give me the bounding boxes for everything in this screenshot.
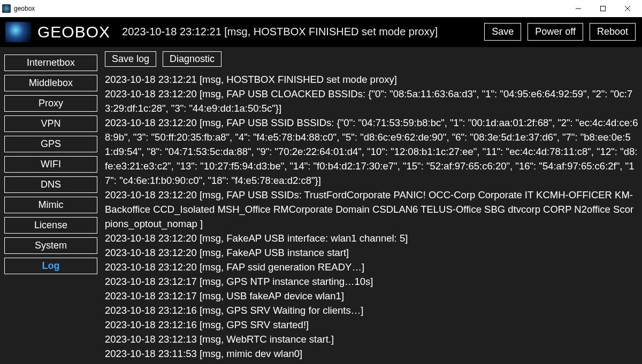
sidebar: Internetbox Middlebox Proxy VPN GPS WIFI… [0, 47, 102, 364]
reboot-button[interactable]: Reboot [590, 23, 636, 41]
log-line: 2023-10-18 23:12:20 [msg, FAP USB SSIDs:… [105, 188, 639, 231]
log-line: 2023-10-18 23:12:20 [msg, FakeAP USB ins… [105, 245, 639, 260]
sidebar-item-system[interactable]: System [4, 237, 97, 254]
app-body: Internetbox Middlebox Proxy VPN GPS WIFI… [0, 47, 642, 364]
sidebar-item-dns[interactable]: DNS [4, 176, 97, 193]
log-line: 2023-10-18 23:12:13 [msg, WebRTC instanc… [105, 332, 639, 346]
sidebar-item-proxy[interactable]: Proxy [4, 95, 97, 112]
log-line: 2023-10-18 23:12:17 [msg, USB fakeAP dev… [105, 289, 639, 303]
log-line: 2023-10-18 23:12:16 [msg, GPS SRV starte… [105, 317, 639, 332]
log-toolbar: Save log Diagnostic [105, 51, 639, 67]
sidebar-item-middlebox[interactable]: Middlebox [4, 75, 97, 91]
log-line: 2023-10-18 23:12:20 [msg, FAP USB SSID B… [105, 115, 639, 188]
sidebar-item-mimic[interactable]: Mimic [4, 197, 97, 213]
app-brand: GEOBOX [37, 23, 110, 41]
sidebar-item-vpn[interactable]: VPN [4, 115, 97, 132]
log-line: 2023-10-18 23:12:20 [msg, FAP USB CLOACK… [105, 87, 639, 115]
sidebar-item-gps[interactable]: GPS [4, 136, 97, 152]
logo-icon [5, 22, 31, 42]
log-line: 2023-10-18 23:12:20 [msg, FAP ssid gener… [105, 260, 639, 274]
diagnostic-button[interactable]: Diagnostic [163, 51, 221, 67]
app-header: GEOBOX 2023-10-18 23:12:21 [msg, HOSTBOX… [0, 17, 642, 47]
power-off-button[interactable]: Power off [528, 23, 583, 41]
log-line: 2023-10-18 23:12:17 [msg, GPS NTP instan… [105, 274, 639, 289]
log-line: 2023-10-18 23:12:21 [msg, HOSTBOX FINISH… [105, 72, 639, 87]
svg-rect-0 [601, 6, 606, 11]
sidebar-item-log[interactable]: Log [4, 258, 97, 274]
log-output[interactable]: 2023-10-18 23:12:21 [msg, HOSTBOX FINISH… [105, 72, 639, 361]
main-content: Save log Diagnostic 2023-10-18 23:12:21 … [102, 47, 642, 364]
log-line: 2023-10-18 23:11:53 [msg, mimic dev wlan… [105, 346, 639, 361]
log-line: 2023-10-18 23:12:20 [msg, FakeAP USB int… [105, 231, 639, 245]
sidebar-item-wifi[interactable]: WIFI [4, 156, 97, 173]
sidebar-item-license[interactable]: License [4, 217, 97, 234]
log-line: 2023-10-18 23:12:16 [msg, GPS SRV Waitin… [105, 303, 639, 317]
save-button[interactable]: Save [484, 23, 521, 41]
save-log-button[interactable]: Save log [105, 51, 156, 67]
window-titlebar: geobox [0, 0, 642, 17]
header-status: 2023-10-18 23:12:21 [msg, HOSTBOX FINISH… [122, 26, 478, 38]
close-button[interactable] [615, 0, 640, 17]
maximize-button[interactable] [591, 0, 615, 17]
sidebar-item-internetbox[interactable]: Internetbox [4, 55, 97, 71]
app-icon [2, 4, 11, 13]
minimize-button[interactable] [566, 0, 591, 17]
app-window: GEOBOX 2023-10-18 23:12:21 [msg, HOSTBOX… [0, 17, 642, 364]
window-title: geobox [14, 5, 35, 12]
